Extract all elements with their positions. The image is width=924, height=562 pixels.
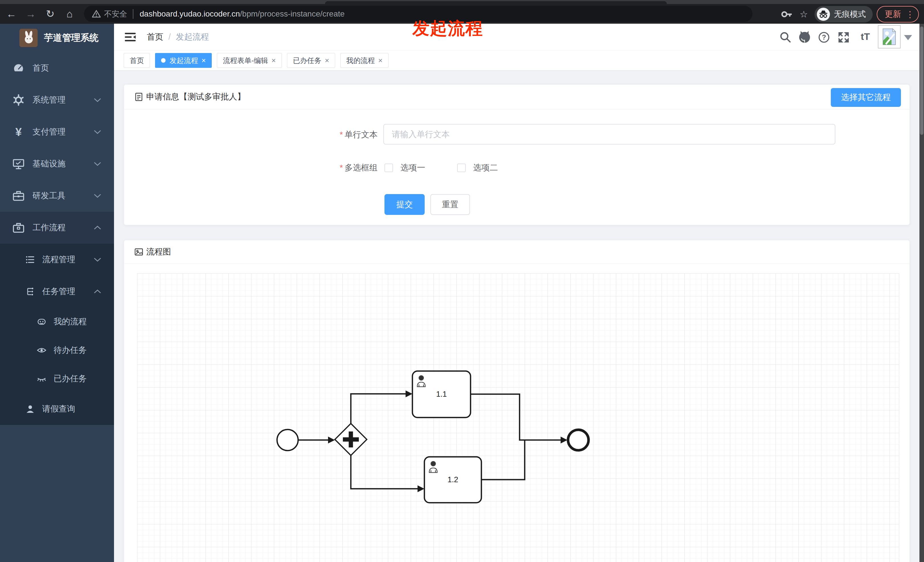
- process-list-icon: [25, 255, 35, 265]
- reset-button[interactable]: 重置: [430, 194, 470, 215]
- tab-done-tasks[interactable]: 已办任务×: [287, 53, 335, 68]
- sidebar-item-task-management[interactable]: 任务管理: [0, 276, 114, 307]
- url-host: dashboard.yudao.iocoder.cn: [140, 9, 240, 18]
- incognito-icon: [817, 8, 830, 21]
- reload-icon[interactable]: ↻: [42, 6, 58, 22]
- checkbox-option-2[interactable]: [457, 163, 466, 172]
- breadcrumb-home[interactable]: 首页: [147, 31, 163, 43]
- sidebar-item-workflow[interactable]: 工作流程: [0, 212, 114, 244]
- sidebar-workflow-submenu: 流程管理 任务管理 我的流程 待办任务 已办: [0, 244, 114, 425]
- single-line-text-input[interactable]: [383, 124, 836, 144]
- browser-menu-dots-icon[interactable]: ⋮: [906, 9, 914, 19]
- scrollbar-thumb[interactable]: [920, 27, 923, 135]
- font-size-icon[interactable]: tT: [859, 31, 872, 43]
- url-text: dashboard.yudao.iocoder.cn/bpm/process-i…: [140, 9, 345, 18]
- incognito-badge: 无痕模式: [814, 6, 873, 22]
- close-icon[interactable]: ×: [325, 56, 329, 65]
- page-scrollbar[interactable]: [920, 24, 924, 562]
- task-tree-icon: [25, 286, 35, 297]
- submit-button[interactable]: 提交: [384, 194, 424, 215]
- fullscreen-icon[interactable]: [837, 31, 850, 43]
- tab-label: 流程表单-编辑: [223, 56, 268, 65]
- search-icon[interactable]: [779, 31, 792, 43]
- sidebar-item-todo-tasks[interactable]: 待办任务: [0, 336, 114, 364]
- dashboard-icon: [12, 62, 24, 74]
- svg-text:¥: ¥: [15, 126, 22, 138]
- bpmn-parallel-gateway: [335, 424, 367, 456]
- sidebar-item-my-process[interactable]: 我的流程: [0, 307, 114, 336]
- checkbox-option-1-label[interactable]: 选项一: [400, 162, 425, 174]
- sidebar-item-payment[interactable]: ¥ 支付管理: [0, 116, 114, 148]
- document-icon: [134, 92, 143, 102]
- toolbox-icon: [12, 190, 24, 202]
- breadcrumb-current: 发起流程: [176, 31, 209, 43]
- tab-process-form-edit[interactable]: 流程表单-编辑×: [217, 53, 282, 68]
- sidebar-item-leave-query[interactable]: 请假查询: [0, 393, 114, 425]
- app-body: 芋道管理系统 首页 系统管理 ¥ 支付管理 基础设施: [0, 24, 924, 562]
- close-icon[interactable]: ×: [378, 56, 382, 65]
- url-path: /bpm/process-instance/create: [240, 9, 345, 18]
- sidebar-item-label: 首页: [33, 62, 49, 74]
- tab-my-process[interactable]: 我的流程×: [340, 53, 388, 68]
- sidebar-logo-row[interactable]: 芋道管理系统: [0, 24, 114, 52]
- chevron-up-icon: [93, 225, 102, 230]
- home-icon[interactable]: ⌂: [62, 6, 78, 22]
- sidebar-item-label: 流程管理: [42, 254, 75, 265]
- breadcrumb-separator: /: [168, 32, 171, 42]
- tab-label: 首页: [130, 56, 144, 65]
- sidebar-item-done-tasks[interactable]: 已办任务: [0, 364, 114, 393]
- incognito-label: 无痕模式: [834, 9, 866, 19]
- chevron-down-icon: [93, 129, 102, 135]
- tab-start-process[interactable]: 发起流程×: [155, 53, 212, 68]
- checkbox-option-1[interactable]: [384, 163, 393, 172]
- bpmn-start-event: [277, 430, 298, 451]
- person-icon: [25, 404, 35, 414]
- close-icon[interactable]: ×: [272, 56, 276, 65]
- field-label-text: 多选框组: [345, 163, 378, 172]
- application-info-card: 申请信息【测试多审批人】 选择其它流程 *单行文本 *多选框组 选项一 选项二 …: [124, 84, 910, 225]
- sidebar-collapse-icon[interactable]: [124, 30, 137, 43]
- avatar[interactable]: [878, 25, 901, 48]
- sidebar-item-label: 任务管理: [42, 286, 75, 297]
- picture-icon: [134, 247, 143, 256]
- chrome-right-controls: ☆ 无痕模式 更新 ⋮: [780, 6, 919, 23]
- sidebar-item-infrastructure[interactable]: 基础设施: [0, 148, 114, 180]
- chevron-down-icon: [93, 257, 102, 262]
- eye-closed-icon: [36, 374, 47, 384]
- tab-home[interactable]: 首页: [124, 53, 150, 68]
- tab-label: 发起流程: [170, 56, 198, 65]
- help-icon[interactable]: ?: [818, 31, 830, 43]
- sidebar-item-label: 待办任务: [54, 345, 87, 356]
- checkbox-option-2-label[interactable]: 选项二: [473, 162, 498, 174]
- sidebar-item-label: 已办任务: [54, 373, 87, 384]
- main-panel: 申请信息【测试多审批人】 选择其它流程 *单行文本 *多选框组 选项一 选项二 …: [114, 71, 920, 562]
- bpmn-user-task-top: 1.1: [412, 371, 471, 418]
- breadcrumb: 首页 / 发起流程: [147, 24, 209, 50]
- checkbox-group: 选项一 选项二: [384, 162, 498, 174]
- key-icon[interactable]: [780, 8, 793, 21]
- sidebar-item-label: 我的流程: [54, 316, 87, 327]
- chevron-down-icon: [93, 97, 102, 103]
- sidebar-item-home[interactable]: 首页: [0, 52, 114, 84]
- gear-icon: [12, 94, 24, 106]
- sidebar-item-process-management[interactable]: 流程管理: [0, 244, 114, 276]
- card-title: 流程图: [146, 246, 171, 258]
- browser-update-button[interactable]: 更新 ⋮: [877, 6, 919, 22]
- tags-view-bar: 首页 发起流程× 流程表单-编辑× 已办任务× 我的流程×: [114, 50, 920, 71]
- forward-icon[interactable]: →: [23, 6, 39, 22]
- choose-other-process-button[interactable]: 选择其它流程: [831, 88, 901, 107]
- process-diagram-card: 流程图: [124, 240, 910, 562]
- task-label: 1.2: [447, 475, 458, 484]
- github-icon[interactable]: [798, 31, 811, 43]
- sidebar-item-system[interactable]: 系统管理: [0, 84, 114, 116]
- bpmn-end-event: [568, 430, 588, 450]
- browser-tabstrip: [0, 0, 924, 4]
- avatar-dropdown-caret-icon[interactable]: [904, 35, 912, 40]
- back-icon[interactable]: ←: [3, 6, 20, 22]
- security-label[interactable]: 不安全: [104, 9, 127, 19]
- sidebar-item-label: 研发工具: [33, 190, 66, 201]
- update-label: 更新: [885, 9, 901, 20]
- sidebar-item-devtools[interactable]: 研发工具: [0, 180, 114, 212]
- close-icon[interactable]: ×: [201, 56, 206, 65]
- bookmark-star-icon[interactable]: ☆: [797, 9, 811, 19]
